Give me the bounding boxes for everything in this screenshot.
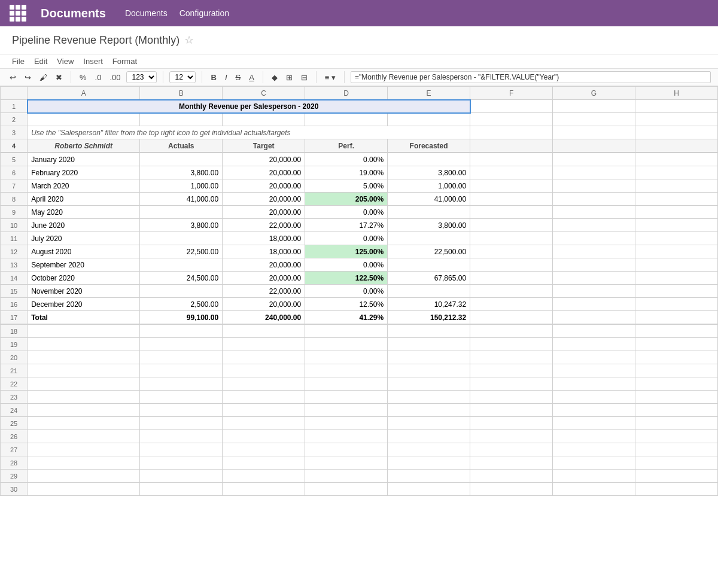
cell-29-col5[interactable] bbox=[470, 470, 553, 483]
cell-21-col2[interactable] bbox=[223, 364, 305, 377]
cell-27-col7[interactable] bbox=[635, 443, 717, 456]
cell-26-col6[interactable] bbox=[553, 430, 635, 443]
spreadsheet-scroll[interactable]: A B C D E F G H 1 Monthly Revenue per Sa… bbox=[0, 86, 718, 496]
cell-9-f[interactable] bbox=[388, 206, 470, 219]
cell-4-d[interactable]: Target bbox=[223, 139, 305, 153]
cell-16-g[interactable] bbox=[470, 298, 553, 311]
cell-7-b[interactable]: March 2020 bbox=[28, 179, 140, 193]
col-header-c[interactable]: C bbox=[223, 87, 305, 100]
cell-4-f[interactable]: Forecasted bbox=[388, 139, 470, 153]
cell-17-i[interactable] bbox=[635, 311, 717, 324]
cell-11-c[interactable] bbox=[140, 232, 223, 245]
cell-18-col1[interactable] bbox=[140, 325, 223, 338]
strikethrough-button[interactable]: S bbox=[233, 72, 244, 83]
cell-16-d[interactable]: 20,000.00 bbox=[223, 298, 305, 311]
cell-26-col5[interactable] bbox=[470, 430, 553, 443]
cell-7-d[interactable]: 20,000.00 bbox=[223, 179, 305, 193]
cell-24-col5[interactable] bbox=[470, 404, 553, 417]
cell-12-h[interactable] bbox=[553, 245, 635, 258]
cell-11-b[interactable]: July 2020 bbox=[28, 232, 140, 245]
cell-subtitle[interactable]: Use the "Salesperson" filter from the to… bbox=[28, 126, 470, 139]
cell-2-d[interactable] bbox=[305, 113, 388, 126]
cell-29-col1[interactable] bbox=[140, 470, 223, 483]
cell-27-col4[interactable] bbox=[388, 443, 470, 456]
cell-7-c[interactable]: 1,000.00 bbox=[140, 179, 223, 193]
cell-4-g[interactable] bbox=[470, 139, 553, 153]
cell-10-h[interactable] bbox=[553, 219, 635, 232]
cell-13-b[interactable]: September 2020 bbox=[28, 258, 140, 272]
cell-16-b[interactable]: December 2020 bbox=[28, 298, 140, 311]
cell-24-col4[interactable] bbox=[388, 404, 470, 417]
cell-13-c[interactable] bbox=[140, 258, 223, 272]
cell-27-col3[interactable] bbox=[305, 443, 388, 456]
cell-12-e[interactable]: 125.00% bbox=[305, 245, 388, 258]
menu-edit[interactable]: Edit bbox=[34, 57, 47, 66]
cell-11-d[interactable]: 18,000.00 bbox=[223, 232, 305, 245]
cell-4-c[interactable]: Actuals bbox=[140, 139, 223, 153]
cell-22-col5[interactable] bbox=[470, 377, 553, 391]
cell-9-h[interactable] bbox=[553, 206, 635, 219]
cell-9-e[interactable]: 0.00% bbox=[305, 206, 388, 219]
cell-7-i[interactable] bbox=[635, 179, 717, 193]
cell-28-col0[interactable] bbox=[28, 456, 140, 470]
cell-12-f[interactable]: 22,500.00 bbox=[388, 245, 470, 258]
cell-30-col5[interactable] bbox=[470, 483, 553, 496]
cell-14-e[interactable]: 122.50% bbox=[305, 272, 388, 285]
col-header-b[interactable]: B bbox=[140, 87, 223, 100]
cell-22-col2[interactable] bbox=[223, 377, 305, 391]
cell-7-g[interactable] bbox=[470, 179, 553, 193]
cell-25-col6[interactable] bbox=[553, 417, 635, 430]
cell-17-f[interactable]: 150,212.32 bbox=[388, 311, 470, 324]
cell-19-col4[interactable] bbox=[388, 338, 470, 351]
cell-22-col6[interactable] bbox=[553, 377, 635, 391]
cell-13-i[interactable] bbox=[635, 258, 717, 272]
menu-file[interactable]: File bbox=[12, 57, 25, 66]
cell-14-h[interactable] bbox=[553, 272, 635, 285]
cell-2-h[interactable] bbox=[635, 113, 717, 126]
cell-5-h[interactable] bbox=[553, 153, 635, 166]
cell-27-col0[interactable] bbox=[28, 443, 140, 456]
col-header-h[interactable]: H bbox=[635, 87, 717, 100]
cell-15-i[interactable] bbox=[635, 285, 717, 298]
col-header-g[interactable]: G bbox=[553, 87, 635, 100]
cell-18-col7[interactable] bbox=[635, 325, 717, 338]
cell-5-e[interactable]: 0.00% bbox=[305, 153, 388, 166]
cell-13-g[interactable] bbox=[470, 258, 553, 272]
cell-8-h[interactable] bbox=[553, 193, 635, 206]
cell-25-col4[interactable] bbox=[388, 417, 470, 430]
cell-20-col3[interactable] bbox=[305, 351, 388, 364]
cell-29-col0[interactable] bbox=[28, 470, 140, 483]
cell-8-c[interactable]: 41,000.00 bbox=[140, 193, 223, 206]
cell-29-col2[interactable] bbox=[223, 470, 305, 483]
cell-30-col0[interactable] bbox=[28, 483, 140, 496]
cell-3-g[interactable] bbox=[553, 126, 635, 139]
cell-11-i[interactable] bbox=[635, 232, 717, 245]
bold-button[interactable]: B bbox=[208, 72, 218, 83]
cell-11-e[interactable]: 0.00% bbox=[305, 232, 388, 245]
cell-3-f[interactable] bbox=[470, 126, 553, 139]
font-size-select[interactable]: 12 bbox=[169, 71, 196, 83]
cell-15-h[interactable] bbox=[553, 285, 635, 298]
cell-13-d[interactable]: 20,000.00 bbox=[223, 258, 305, 272]
cell-29-col3[interactable] bbox=[305, 470, 388, 483]
cell-11-h[interactable] bbox=[553, 232, 635, 245]
cell-12-b[interactable]: August 2020 bbox=[28, 245, 140, 258]
cell-23-col6[interactable] bbox=[553, 391, 635, 404]
cell-11-f[interactable] bbox=[388, 232, 470, 245]
cell-10-g[interactable] bbox=[470, 219, 553, 232]
cell-14-i[interactable] bbox=[635, 272, 717, 285]
menu-format[interactable]: Format bbox=[112, 57, 137, 66]
cell-16-h[interactable] bbox=[553, 298, 635, 311]
merge-button[interactable]: ⊟ bbox=[299, 72, 310, 83]
cell-25-col3[interactable] bbox=[305, 417, 388, 430]
cell-11-g[interactable] bbox=[470, 232, 553, 245]
cell-18-col0[interactable] bbox=[28, 325, 140, 338]
cell-28-col7[interactable] bbox=[635, 456, 717, 470]
cell-24-col2[interactable] bbox=[223, 404, 305, 417]
cell-28-col5[interactable] bbox=[470, 456, 553, 470]
cell-24-col7[interactable] bbox=[635, 404, 717, 417]
cell-30-col4[interactable] bbox=[388, 483, 470, 496]
cell-5-d[interactable]: 20,000.00 bbox=[223, 153, 305, 166]
cell-20-col0[interactable] bbox=[28, 351, 140, 364]
cell-14-c[interactable]: 24,500.00 bbox=[140, 272, 223, 285]
